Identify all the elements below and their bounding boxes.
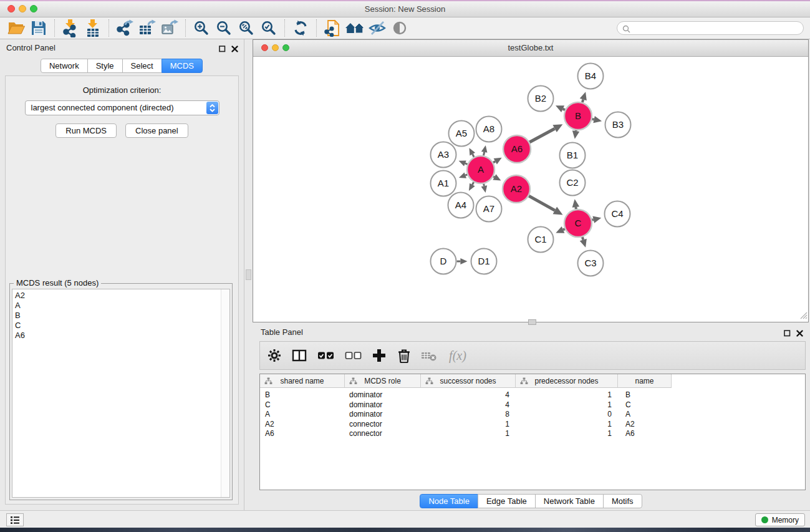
mcds-result-item[interactable]: A6	[12, 331, 229, 341]
table-cell[interactable]: dominator	[345, 400, 421, 410]
show-all-icon[interactable]	[388, 19, 411, 38]
graph-edge-A-A6[interactable]	[493, 162, 495, 163]
tab-select[interactable]: Select	[122, 59, 162, 73]
home-views-icon[interactable]	[344, 19, 366, 38]
column-header-successor-nodes[interactable]: successor nodes	[421, 374, 516, 388]
table-cell[interactable]: dominator	[345, 410, 421, 420]
memory-button[interactable]: Memory	[755, 513, 805, 526]
tab-motifs[interactable]: Motifs	[603, 494, 642, 508]
graph-edge-A-A1[interactable]	[465, 175, 467, 175]
zoom-out-icon[interactable]	[213, 19, 235, 38]
column-header-shared-name[interactable]: shared name	[260, 374, 345, 388]
float-panel-icon[interactable]	[219, 44, 226, 55]
zoom-in-icon[interactable]	[190, 19, 213, 38]
table-row[interactable]: Adominator80A	[260, 410, 805, 420]
main-titlebar[interactable]: Session: New Session	[0, 1, 810, 17]
tab-edge-table[interactable]: Edge Table	[478, 494, 536, 508]
refresh-network-icon[interactable]	[289, 19, 312, 38]
equation-builder-icon[interactable]: f(x)	[446, 347, 470, 364]
import-network-icon[interactable]	[59, 19, 82, 38]
zoom-fit-icon[interactable]	[235, 19, 258, 38]
task-history-button[interactable]	[6, 513, 24, 526]
mcds-result-item[interactable]: A2	[12, 291, 229, 301]
column-header-mcds-role[interactable]: MCDS role	[345, 374, 421, 388]
graph-edge-A2-C[interactable]	[529, 196, 555, 210]
mcds-result-item[interactable]: A	[12, 301, 229, 311]
table-cell[interactable]: C	[618, 400, 672, 410]
split-columns-icon[interactable]	[291, 347, 307, 364]
table-cell[interactable]: 4	[421, 390, 516, 400]
export-network-icon[interactable]	[113, 19, 136, 38]
close-panel-button[interactable]: Close panel	[125, 123, 188, 138]
column-options-icon[interactable]	[266, 347, 282, 364]
tab-mcds[interactable]: MCDS	[162, 59, 203, 73]
import-table-icon[interactable]	[82, 19, 104, 38]
mcds-result-item[interactable]: B	[12, 311, 229, 321]
table-cell[interactable]: connector	[345, 429, 421, 439]
search-input[interactable]	[617, 21, 804, 35]
graph-edge-A6-B[interactable]	[529, 128, 554, 142]
delete-table-icon[interactable]	[421, 347, 437, 364]
table-cell[interactable]: 1	[516, 400, 618, 410]
zoom-selected-icon[interactable]	[258, 19, 280, 38]
tab-style[interactable]: Style	[87, 59, 123, 73]
criterion-select[interactable]: largest connected component (directed)	[25, 100, 219, 115]
select-spinner-icon[interactable]	[206, 102, 218, 114]
table-cell[interactable]: 4	[421, 400, 516, 410]
table-cell[interactable]: 1	[516, 429, 618, 439]
graph-edge-B-B4[interactable]	[582, 100, 583, 103]
tab-network-table[interactable]: Network Table	[535, 494, 604, 508]
export-image-icon[interactable]	[158, 19, 181, 38]
delete-column-icon[interactable]	[396, 347, 412, 364]
mcds-result-item[interactable]: C	[12, 321, 229, 331]
table-cell[interactable]: connector	[345, 420, 421, 430]
table-cell[interactable]: C	[260, 400, 345, 410]
table-cell[interactable]: 1	[516, 420, 618, 430]
table-cell[interactable]: 8	[421, 410, 516, 420]
table-cell[interactable]: A	[618, 410, 672, 420]
table-row[interactable]: Cdominator41C	[260, 400, 805, 410]
graph-edge-A-A8[interactable]	[484, 152, 485, 156]
save-session-icon[interactable]	[27, 19, 50, 38]
network-canvas[interactable]: AA1A2A3A4A5A6A7A8BB1B2B3B4CC1C2C3C4DD1	[253, 57, 808, 322]
table-cell[interactable]: A6	[618, 429, 672, 439]
close-window-icon[interactable]	[7, 5, 15, 12]
graph-edge-B-B2[interactable]	[563, 109, 566, 110]
graph-edge-A-A4[interactable]	[472, 182, 473, 185]
column-header-name[interactable]: name	[618, 374, 672, 388]
table-cell[interactable]: dominator	[345, 390, 421, 400]
table-cell[interactable]: 1	[516, 390, 618, 400]
graph-edge-A-A7[interactable]	[484, 184, 485, 186]
maximize-window-icon[interactable]	[30, 5, 37, 12]
minimize-window-icon[interactable]	[19, 5, 26, 12]
graph-edge-B-B3[interactable]	[592, 119, 594, 120]
network-titlebar[interactable]: testGlobe.txt	[253, 40, 808, 57]
table-cell[interactable]: 0	[516, 410, 618, 420]
network-minimize-icon[interactable]	[272, 44, 279, 51]
close-panel-icon[interactable]	[796, 328, 803, 339]
network-close-icon[interactable]	[261, 44, 268, 51]
table-cell[interactable]: A6	[260, 429, 345, 439]
graph-edge-A-A3[interactable]	[465, 163, 468, 164]
graph-edge-C-C4[interactable]	[592, 220, 593, 220]
table-row[interactable]: A6connector11A6	[260, 429, 805, 439]
table-cell[interactable]: 1	[421, 429, 516, 439]
select-all-icon[interactable]	[316, 347, 335, 364]
open-session-icon[interactable]	[5, 19, 27, 38]
close-panel-icon[interactable]	[231, 44, 238, 55]
table-cell[interactable]: B	[260, 390, 345, 400]
table-row[interactable]: Bdominator41B	[260, 390, 805, 400]
table-cell[interactable]: 1	[421, 420, 516, 430]
network-maximize-icon[interactable]	[282, 44, 289, 51]
graph-edge-A-A5[interactable]	[473, 154, 474, 157]
table-cell[interactable]: B	[618, 390, 672, 400]
table-row[interactable]: A2connector11A2	[260, 420, 805, 430]
table-cell[interactable]: A2	[618, 420, 672, 430]
list-scrollbar[interactable]	[221, 289, 229, 497]
graph-edge-C-C1[interactable]	[563, 229, 565, 230]
column-header-predecessor-nodes[interactable]: predecessor nodes	[516, 374, 618, 388]
tab-node-table[interactable]: Node Table	[420, 494, 478, 508]
tab-network[interactable]: Network	[41, 59, 88, 73]
table-cell[interactable]: A	[260, 410, 345, 420]
add-column-icon[interactable]	[371, 347, 387, 364]
